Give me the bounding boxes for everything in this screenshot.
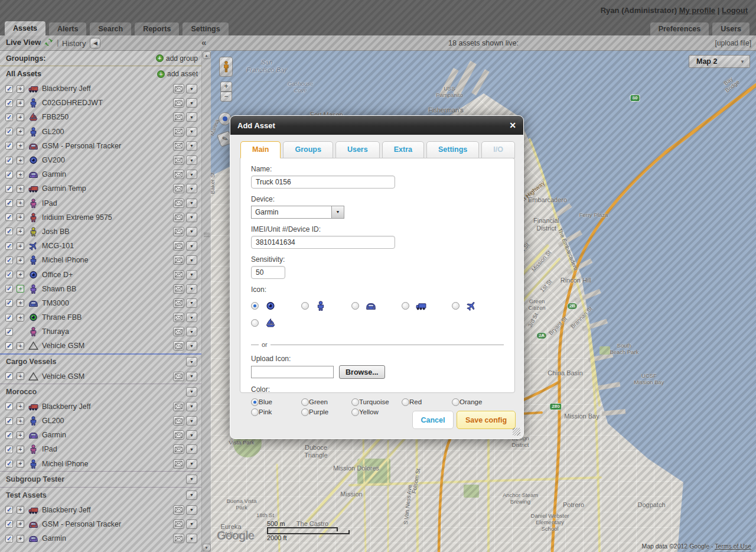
history-control[interactable]: History ◀ (62, 38, 100, 48)
mail-alert-button[interactable] (173, 313, 184, 322)
mail-alert-button[interactable] (173, 227, 184, 236)
asset-row[interactable]: ✓+GL200▼ (0, 125, 201, 139)
expand-plus-button[interactable]: + (17, 228, 24, 235)
icon-option-truck[interactable] (402, 301, 452, 311)
asset-menu-button[interactable]: ▼ (186, 459, 197, 469)
tab-reports[interactable]: Reports (135, 22, 179, 35)
asset-menu-button[interactable]: ▼ (186, 112, 197, 122)
mail-alert-button[interactable] (173, 127, 184, 137)
close-icon[interactable]: ✕ (509, 121, 516, 130)
asset-menu-button[interactable]: ▼ (186, 255, 197, 265)
asset-row[interactable]: ✓+Josh BB▼ (0, 225, 201, 239)
mail-alert-button[interactable] (173, 241, 184, 251)
add-asset-button[interactable]: + add asset (157, 70, 198, 78)
group-menu-button[interactable]: ▼ (186, 357, 197, 366)
asset-checkbox[interactable]: ✓ (5, 199, 13, 207)
asset-checkbox[interactable]: ✓ (5, 299, 13, 307)
asset-row[interactable]: ✓+Thrane FBB▼ (0, 310, 201, 324)
dialog-tab-extra[interactable]: Extra (382, 141, 424, 158)
expand-plus-button[interactable]: + (17, 520, 24, 528)
asset-row[interactable]: ✓+IPad▼ (0, 196, 201, 210)
mail-alert-button[interactable] (173, 284, 184, 294)
expand-plus-button[interactable]: + (17, 299, 24, 307)
mail-alert-button[interactable] (173, 459, 184, 469)
dialog-tab-groups[interactable]: Groups (283, 141, 333, 158)
asset-checkbox[interactable]: ✓ (5, 85, 13, 93)
mail-alert-button[interactable] (173, 112, 184, 122)
asset-menu-button[interactable]: ▼ (186, 84, 197, 93)
asset-menu-button[interactable]: ▼ (186, 327, 197, 336)
asset-menu-button[interactable]: ▼ (186, 430, 197, 440)
asset-menu-button[interactable]: ▼ (186, 298, 197, 308)
mail-alert-button[interactable] (173, 141, 184, 151)
asset-row[interactable]: ✓+GV200▼ (0, 153, 201, 167)
dialog-tab-settings[interactable]: Settings (426, 141, 479, 158)
asset-menu-button[interactable]: ▼ (186, 284, 197, 294)
mail-alert-button[interactable] (173, 155, 184, 165)
group-menu-button[interactable]: ▼ (186, 491, 197, 500)
mail-alert-button[interactable] (173, 372, 184, 381)
mail-alert-button[interactable] (173, 519, 184, 529)
dialog-resize-grip[interactable] (513, 428, 520, 436)
expand-plus-button[interactable]: + (17, 113, 24, 121)
asset-row[interactable]: ✓+GL200▼ (0, 414, 201, 428)
terms-of-use-link[interactable]: Terms of Use (715, 543, 751, 550)
name-input[interactable] (251, 176, 395, 189)
asset-checkbox[interactable]: ✓ (5, 417, 13, 425)
tab-search[interactable]: Search (90, 22, 131, 35)
asset-checkbox[interactable]: ✓ (5, 171, 13, 178)
expand-plus-button[interactable]: + (17, 256, 24, 264)
asset-menu-button[interactable]: ▼ (186, 372, 197, 381)
tab-assets[interactable]: Assets (5, 21, 45, 35)
expand-plus-button[interactable]: + (17, 142, 24, 150)
upload-icon-input[interactable] (251, 366, 334, 378)
asset-checkbox[interactable]: ✓ (5, 113, 13, 121)
asset-checkbox[interactable]: ✓ (5, 446, 13, 453)
mail-alert-button[interactable] (173, 341, 184, 350)
tab-users[interactable]: Users (712, 22, 750, 35)
tab-alerts[interactable]: Alerts (49, 22, 86, 35)
asset-checkbox[interactable]: ✓ (5, 271, 13, 278)
icon-option-plane[interactable] (452, 301, 502, 311)
icon-radio[interactable] (351, 302, 359, 310)
asset-checkbox[interactable]: ✓ (5, 242, 13, 250)
asset-row[interactable]: ✓+Garmin▼ (0, 167, 201, 181)
expand-plus-button[interactable]: + (17, 446, 24, 453)
asset-menu-button[interactable]: ▼ (186, 444, 197, 454)
expand-plus-button[interactable]: + (17, 157, 24, 164)
asset-row[interactable]: ✓+Garmin▼ (0, 531, 201, 545)
live-view-control[interactable]: Live View | (6, 38, 59, 47)
asset-checkbox[interactable]: ✓ (5, 256, 13, 264)
my-profile-link[interactable]: My profile (679, 6, 715, 15)
asset-checkbox[interactable]: ✓ (5, 285, 13, 293)
asset-menu-button[interactable]: ▼ (186, 534, 197, 543)
mail-alert-button[interactable] (173, 402, 184, 411)
asset-menu-button[interactable]: ▼ (186, 98, 197, 108)
asset-menu-button[interactable]: ▼ (186, 199, 197, 208)
asset-checkbox[interactable]: ✓ (5, 314, 13, 322)
add-group-button[interactable]: + add group (156, 54, 198, 63)
tab-preferences[interactable]: Preferences (650, 22, 709, 35)
expand-plus-button[interactable]: + (17, 460, 24, 467)
asset-row[interactable]: ✓+Blackberry Jeff▼ (0, 503, 201, 517)
expand-plus-button[interactable]: + (17, 314, 24, 322)
asset-checkbox[interactable]: ✓ (5, 372, 13, 380)
expand-plus-button[interactable]: + (17, 171, 24, 178)
street-view-pegman[interactable] (219, 57, 233, 77)
asset-checkbox[interactable]: ✓ (5, 157, 13, 164)
zoom-out-button[interactable]: − (220, 92, 232, 102)
asset-checkbox[interactable]: ✓ (5, 128, 13, 135)
asset-row[interactable]: ✓+Iridium Extreme 9575▼ (0, 210, 201, 225)
tab-settings[interactable]: Settings (183, 22, 228, 35)
asset-row[interactable]: ✓+GSM - Personal Tracker▼ (0, 139, 201, 153)
device-select[interactable]: Garmin ▼ (251, 206, 344, 219)
asset-checkbox[interactable]: ✓ (5, 431, 13, 439)
icon-option-car[interactable] (351, 301, 402, 311)
asset-checkbox[interactable]: ✓ (5, 213, 13, 221)
mail-alert-button[interactable] (173, 213, 184, 222)
asset-checkbox[interactable]: ✓ (5, 328, 13, 336)
expand-plus-button[interactable]: + (17, 535, 24, 543)
expand-plus-button[interactable]: + (17, 431, 24, 439)
scrollbar-grip[interactable] (204, 233, 210, 238)
asset-row[interactable]: ✓+IPad▼ (0, 442, 201, 456)
